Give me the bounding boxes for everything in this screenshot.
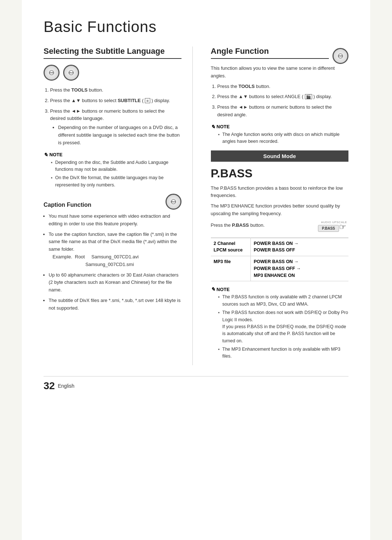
pbass-title: P.BASS [211, 167, 349, 180]
tools-bold: TOOLS [72, 87, 88, 93]
angle-note-item-1: The Angle function works only with discs… [218, 131, 349, 145]
table-cell-source-2: MP3 file [211, 256, 251, 281]
step-3: Press the ◄► buttons or numeric buttons … [50, 108, 181, 147]
step-3-note: Depending on the number of languages on … [58, 124, 181, 146]
pbass-table: 2 ChannelLPCM source POWER BASS ON → POW… [211, 238, 349, 282]
main-title: Basic Functions [44, 18, 348, 36]
pbass-press-area: Press the P.BASS button. AUDIO UPSCALE P… [211, 221, 349, 232]
caption-bullet-4: The subtitle of DivX files are *.smi, *.… [49, 297, 181, 312]
note-list: Depending on the disc, the Subtitle and … [44, 159, 181, 189]
note-label-angle: NOTE [217, 124, 230, 129]
note-title-subtitle: ✎ NOTE [44, 152, 181, 158]
note-label-pbass: NOTE [217, 287, 230, 292]
power-bass-off-2: POWER BASS OFF → [254, 266, 301, 271]
note-icon-angle: ✎ [211, 124, 215, 130]
subtitle-note: ✎ NOTE Depending on the disc, the Subtit… [44, 152, 181, 189]
dvd-icon-angle: DVD [332, 48, 348, 64]
pbass-note-item-1: The P.BASS function is only available wi… [218, 294, 349, 308]
pbass-bold: P.BASS [232, 222, 249, 228]
angle-step-3: Press the ◄► buttons or numeric buttons … [217, 104, 349, 119]
caption-title: Caption Function [44, 202, 91, 208]
pbass-note-list: The P.BASS function is only available wi… [211, 294, 349, 360]
angle-note: ✎ NOTE The Angle function works only wit… [211, 124, 349, 145]
angle-note-list: The Angle function works only with discs… [211, 131, 349, 145]
sound-mode-bar: Sound Mode [211, 150, 349, 162]
page-number: 32 [44, 380, 55, 392]
pbass-note-item-3: The MP3 Enhancement function is only ava… [218, 346, 349, 360]
note-item-2: On the DivX file format, the subtitle la… [51, 174, 181, 189]
pbass-desc-1: The P.BASS function provides a bass boos… [211, 185, 349, 200]
right-column: Angle Function DVD This function allows … [207, 47, 349, 365]
pbass-note: ✎ NOTE The P.BASS function is only avail… [211, 286, 349, 360]
subtitle-language-title: Selecting the Subtitle Language [44, 47, 181, 59]
subtitle-steps: Press the TOOLS button. Press the ▲▼ but… [44, 86, 181, 147]
divx-label-2: DivX [171, 199, 176, 204]
hand-icon: ☞ [339, 222, 346, 232]
note-item-1: Depending on the disc, the Subtitle and … [51, 159, 181, 173]
dvd-icon: DVD [44, 65, 60, 81]
caption-bullet-1: You must have some experience with video… [49, 213, 181, 228]
note-label: NOTE [49, 152, 62, 157]
pbass-desc-2: The MP3 ENHANCE function provides better… [211, 202, 349, 218]
caption-bullet-2: To use the caption function, save the ca… [49, 231, 181, 269]
step-1: Press the TOOLS button. [50, 86, 181, 94]
note-title-angle: ✎ NOTE [211, 124, 349, 130]
angle-steps: Press the TOOLS button. Press the ▲▼ but… [211, 83, 349, 119]
table-cell-source-1: 2 ChannelLPCM source [211, 238, 251, 256]
power-bass-off-1: POWER BASS OFF [254, 247, 295, 253]
disc-icons-row: DVD DivX [44, 65, 181, 81]
dvd-label-angle: DVD [338, 53, 343, 59]
left-column: Selecting the Subtitle Language DVD DivX… [44, 47, 193, 365]
page-footer: 32 English [44, 376, 348, 392]
angle-desc: This function allows you to view the sam… [211, 65, 349, 80]
step-2: Press the ▲▼ buttons to select SUBTITLE … [50, 97, 181, 105]
note-title-pbass: ✎ NOTE [211, 286, 349, 292]
page: Basic Functions Selecting the Subtitle L… [22, 0, 370, 540]
press-pbass-line: Press the P.BASS button. [211, 222, 265, 228]
divx-label: DivX [69, 70, 74, 75]
angle-function-title: Angle Function [211, 47, 329, 59]
divx-icon: DivX [63, 65, 79, 81]
power-bass-on-1: POWER BASS ON → [254, 241, 299, 246]
subtitle-bold: SUBTITLE [118, 98, 141, 103]
mp3-enhance-on: MP3 ENHANCE ON [254, 273, 295, 278]
caption-bullets: You must have some experience with video… [44, 213, 181, 312]
note-icon: ✎ [44, 152, 48, 158]
table-cell-seq-2: POWER BASS ON → POWER BASS OFF → MP3 ENH… [251, 256, 349, 281]
table-row-1: 2 ChannelLPCM source POWER BASS ON → POW… [211, 238, 349, 256]
angle-step-2: Press the ▲▼ buttons to select ANGLE ( 🎬… [217, 93, 349, 101]
pbass-button-visual: AUDIO UPSCALE P.BASS ☞ [318, 221, 348, 232]
caption-section: Caption Function DivX You must have some… [44, 194, 181, 312]
angle-step-1: Press the TOOLS button. [217, 83, 349, 90]
dvd-label: DVD [49, 70, 54, 75]
pbass-button-box: P.BASS [318, 225, 339, 232]
power-bass-on-2: POWER BASS ON → [254, 259, 299, 264]
tools-bold-angle: TOOLS [238, 84, 255, 89]
table-cell-seq-1: POWER BASS ON → POWER BASS OFF [251, 238, 349, 256]
pbass-note-item-2: The P.BASS function does not work with D… [218, 309, 349, 344]
caption-bullet-3: Up to 60 alphanumeric characters or 30 E… [49, 271, 181, 294]
table-row-2: MP3 file POWER BASS ON → POWER BASS OFF … [211, 256, 349, 281]
note-icon-pbass: ✎ [211, 286, 215, 292]
page-language: English [58, 383, 74, 389]
divx-icon-caption: DivX [166, 194, 181, 210]
